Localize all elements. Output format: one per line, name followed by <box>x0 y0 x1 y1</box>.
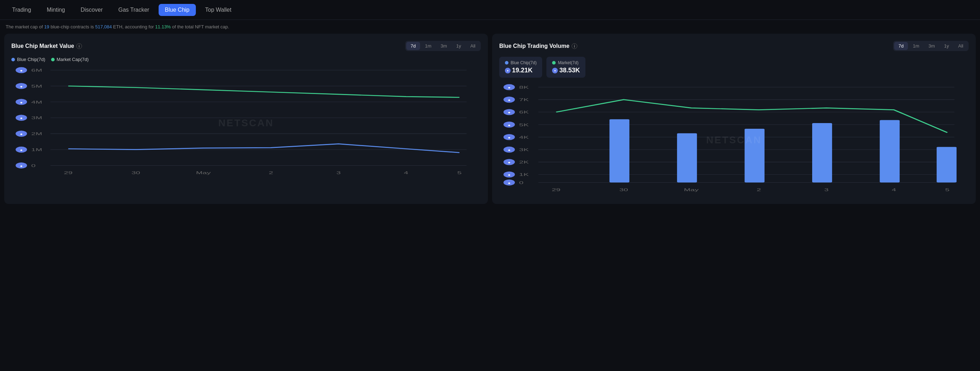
svg-text:29: 29 <box>552 187 561 192</box>
svg-text:7K: 7K <box>519 98 529 102</box>
left-chart-svg: ♦ 6M ♦ 5M ♦ 4M ♦ 3M ♦ 2M ♦ 1M ♦ 0 <box>11 66 481 180</box>
left-chart-header: Blue Chip Market Value i 7d 1m 3m 1y All <box>11 41 481 51</box>
left-tab-3m[interactable]: 3m <box>436 42 451 50</box>
svg-text:0: 0 <box>31 163 35 168</box>
svg-text:♦: ♦ <box>508 111 511 114</box>
nav-top-wallet[interactable]: Top Wallet <box>199 4 238 16</box>
svg-text:♦: ♦ <box>508 161 511 164</box>
svg-text:2K: 2K <box>519 160 529 165</box>
svg-text:♦: ♦ <box>508 86 511 89</box>
info-bar: The market cap of 19 blue-chip contracts… <box>0 20 980 34</box>
stat-dot-blue <box>505 61 508 65</box>
svg-text:6K: 6K <box>519 110 529 114</box>
legend-dot-blue <box>11 58 15 61</box>
left-tab-1m[interactable]: 1m <box>421 42 436 50</box>
svg-text:5M: 5M <box>31 84 42 88</box>
info-text-mid2: ETH, accounting for <box>112 24 155 29</box>
left-chart-title: Blue Chip Market Value i <box>11 43 82 49</box>
right-chart-panel: Blue Chip Trading Volume i 7d 1m 3m 1y A… <box>492 34 976 204</box>
contracts-count: 19 <box>44 24 49 29</box>
right-tab-1m[interactable]: 1m <box>909 42 924 50</box>
svg-text:5: 5 <box>457 170 461 175</box>
right-chart-area: NETSCAN ♦ 8K ♦ 7K ♦ 6K ♦ 5 <box>499 83 969 197</box>
stat-market: Market(7d) ♦ 38.53K <box>546 57 585 78</box>
svg-text:♦: ♦ <box>508 124 511 127</box>
svg-text:3M: 3M <box>31 116 42 120</box>
stat-blue-chip-label: Blue Chip(7d) <box>505 60 536 65</box>
svg-text:May: May <box>196 170 211 175</box>
left-legend: Blue Chip(7d) Market Cap(7d) <box>11 57 481 62</box>
svg-text:♦: ♦ <box>20 85 23 88</box>
legend-dot-green <box>51 58 55 61</box>
nav-minting[interactable]: Minting <box>40 4 72 16</box>
left-chart-area: NETSCAN ♦ 6M ♦ 5M ♦ 4M <box>11 66 481 180</box>
svg-text:♦: ♦ <box>20 69 23 72</box>
svg-text:♦: ♦ <box>20 116 23 120</box>
nav-trading[interactable]: Trading <box>6 4 38 16</box>
left-legend-market-cap: Market Cap(7d) <box>51 57 89 62</box>
svg-text:♦: ♦ <box>508 181 511 185</box>
svg-text:3: 3 <box>824 187 829 192</box>
right-tab-all[interactable]: All <box>954 42 967 50</box>
eth-icon-blue: ♦ <box>505 68 511 73</box>
svg-text:6M: 6M <box>31 68 42 72</box>
svg-text:1M: 1M <box>31 147 42 152</box>
svg-rect-76 <box>937 147 956 182</box>
svg-text:2M: 2M <box>31 132 42 136</box>
left-chart-panel: Blue Chip Market Value i 7d 1m 3m 1y All… <box>4 34 488 204</box>
left-tab-1y[interactable]: 1y <box>452 42 466 50</box>
charts-container: Blue Chip Market Value i 7d 1m 3m 1y All… <box>0 34 980 208</box>
stat-blue-chip: Blue Chip(7d) ♦ 19.21K <box>499 57 542 78</box>
svg-text:♦: ♦ <box>20 148 23 152</box>
right-tab-1y[interactable]: 1y <box>940 42 953 50</box>
info-text-mid1: blue-chip contracts is <box>49 24 95 29</box>
svg-text:0: 0 <box>519 180 523 185</box>
eth-icon-green: ♦ <box>552 68 558 73</box>
stat-dot-green <box>552 61 556 65</box>
svg-text:♦: ♦ <box>508 98 511 102</box>
left-tab-7d[interactable]: 7d <box>406 42 420 50</box>
svg-rect-75 <box>880 120 899 182</box>
nav-blue-chip[interactable]: Blue Chip <box>159 4 196 16</box>
svg-rect-73 <box>745 129 765 182</box>
svg-text:♦: ♦ <box>508 173 511 177</box>
svg-text:4K: 4K <box>519 135 529 140</box>
svg-text:3K: 3K <box>519 147 529 152</box>
right-chart-title: Blue Chip Trading Volume i <box>499 43 577 49</box>
svg-text:♦: ♦ <box>20 101 23 104</box>
svg-text:♦: ♦ <box>508 148 511 152</box>
svg-text:1K: 1K <box>519 172 529 177</box>
right-chart-header: Blue Chip Trading Volume i 7d 1m 3m 1y A… <box>499 41 969 51</box>
nav-discover[interactable]: Discover <box>74 4 109 16</box>
right-chart-svg: ♦ 8K ♦ 7K ♦ 6K ♦ 5K ♦ 4K ♦ 3K ♦ 2K ♦ 1K … <box>499 83 969 197</box>
stat-market-value: ♦ 38.53K <box>552 67 580 74</box>
svg-text:4: 4 <box>404 170 408 175</box>
svg-text:May: May <box>684 187 698 192</box>
nav-gas-tracker[interactable]: Gas Tracker <box>112 4 156 16</box>
svg-text:30: 30 <box>132 170 140 175</box>
left-legend-blue-chip: Blue Chip(7d) <box>11 57 45 62</box>
right-stats-row: Blue Chip(7d) ♦ 19.21K Market(7d) ♦ 38.5… <box>499 57 969 78</box>
right-tab-7d[interactable]: 7d <box>894 42 908 50</box>
left-tab-all[interactable]: All <box>466 42 480 50</box>
svg-text:2: 2 <box>757 187 761 192</box>
left-chart-info-icon[interactable]: i <box>76 43 82 49</box>
right-chart-info-icon[interactable]: i <box>572 43 577 49</box>
svg-text:♦: ♦ <box>20 164 23 168</box>
svg-text:2: 2 <box>269 170 273 175</box>
svg-text:♦: ♦ <box>508 136 511 140</box>
svg-text:8K: 8K <box>519 85 529 89</box>
stat-blue-chip-value: ♦ 19.21K <box>505 67 536 74</box>
eth-amount: 517,084 <box>95 24 112 29</box>
svg-rect-72 <box>677 133 697 183</box>
svg-rect-74 <box>812 123 832 182</box>
svg-text:3: 3 <box>336 170 340 175</box>
svg-text:4: 4 <box>892 187 896 192</box>
svg-text:4M: 4M <box>31 100 42 104</box>
percentage: 11.13% <box>155 24 171 29</box>
svg-text:30: 30 <box>619 187 628 192</box>
navigation: Trading Minting Discover Gas Tracker Blu… <box>0 0 980 20</box>
right-time-tabs: 7d 1m 3m 1y All <box>893 41 969 51</box>
right-tab-3m[interactable]: 3m <box>924 42 939 50</box>
info-text-before: The market cap of <box>6 24 44 29</box>
